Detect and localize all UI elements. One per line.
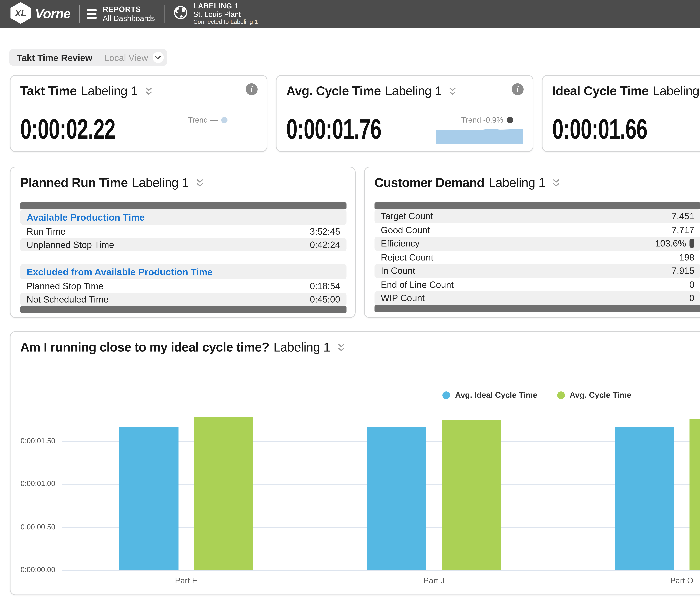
row-label: Good Count	[381, 225, 430, 235]
y-axis-tick-label: 0:00:01.50	[10, 436, 55, 444]
view-mode-dropdown-button[interactable]	[152, 52, 164, 63]
x-axis-label: Part O	[640, 576, 700, 585]
row-label: End of Line Count	[381, 279, 454, 290]
table-row: Efficiency 103.6%	[375, 237, 700, 250]
vorne-logo[interactable]: XL Vorne	[10, 1, 70, 27]
table-footer-bar	[20, 306, 347, 313]
trend-dot	[221, 117, 227, 123]
row-label: WIP Count	[381, 293, 425, 303]
trend-label: Trend —	[188, 116, 218, 124]
section-link-available-production-time[interactable]: Available Production Time	[20, 209, 347, 225]
y-axis-tick-label: 0:00:00.50	[10, 522, 55, 531]
chevron-down-icon	[155, 55, 161, 59]
trend-label: Trend -0.9%	[461, 116, 503, 124]
table-header-bar	[20, 202, 347, 209]
brand-name: Vorne	[35, 6, 70, 22]
row-value: 7,915	[672, 266, 694, 276]
x-axis-label: Part J	[392, 576, 476, 585]
device-context-switcher[interactable]: LABELING 1 St. Louis Plant Connected to …	[174, 2, 258, 25]
nav-subtitle: All Dashboards	[103, 14, 155, 23]
table-row: Target Count 7,451	[375, 209, 700, 223]
table-subtitle: Labeling 1	[132, 176, 189, 191]
y-axis-tick-label: 0:00:00.00	[10, 565, 55, 574]
svg-text:XL: XL	[15, 8, 26, 18]
row-value: 103.6%	[655, 238, 686, 249]
section-link-excluded-from-available-production-time[interactable]: Excluded from Available Production Time	[20, 264, 347, 280]
table-row: WIP Count 0	[375, 291, 700, 305]
context-connection: Connected to Labeling 1	[193, 19, 258, 26]
card-menu-chevron-icon[interactable]	[449, 86, 456, 99]
row-value: 198	[679, 252, 694, 262]
row-label: Run Time	[27, 226, 66, 237]
report-name: Takt Time Review	[17, 52, 93, 63]
kpi-title: Ideal Cycle Time	[552, 84, 649, 99]
trend-sparkline	[436, 127, 523, 144]
table-footer-bar	[375, 305, 700, 312]
table-title: Planned Run Time	[20, 176, 128, 191]
menu-icon	[86, 9, 96, 19]
table-card-planned-run-time: Planned Run Time Labeling 1 Available Pr…	[10, 167, 356, 318]
table-row: Not Scheduled Time 0:45:00	[20, 293, 347, 306]
kpi-card-takt-time: Takt Time Labeling 1 i Trend — 0:00:02.2…	[10, 75, 268, 152]
table-header-bar	[375, 202, 700, 209]
table-card-customer-demand: Customer Demand Labeling 1 Target Count …	[364, 167, 700, 318]
chart-plot: 0:00:01.500:00:01.000:00:00.500:00:00.00…	[10, 332, 700, 595]
kpi-subtitle: Labeling 1	[653, 84, 700, 99]
kpi-value: 0:00:01.76	[286, 114, 381, 145]
dashboard-page: XL Vorne REPORTS All Dashboards	[0, 0, 700, 605]
table-row: Run Time 3:52:45	[20, 225, 347, 238]
context-subtitle: St. Louis Plant	[193, 10, 258, 19]
bar-part-j-series1	[442, 420, 501, 570]
kpi-subtitle: Labeling 1	[81, 84, 138, 99]
card-menu-chevron-icon[interactable]	[145, 86, 152, 99]
row-value: 3:52:45	[310, 226, 340, 237]
row-value: 7,717	[672, 225, 694, 235]
trend-dot	[507, 117, 513, 123]
trend-indicator: Trend —	[188, 116, 227, 124]
xl-hexagon-icon: XL	[10, 1, 31, 27]
kpi-card-avg-cycle-time: Avg. Cycle Time Labeling 1 i Trend -0.9%…	[276, 75, 533, 152]
row-value: 0:45:00	[310, 294, 340, 305]
bar-part-e-series0	[119, 427, 178, 570]
x-axis-label: Part E	[144, 576, 228, 585]
chart-card-ideal-cycle-time: Am I running close to my ideal cycle tim…	[10, 331, 700, 595]
table-subtitle: Labeling 1	[489, 176, 545, 191]
divider	[165, 5, 165, 23]
nav-title: REPORTS	[103, 5, 155, 14]
top-bar: XL Vorne REPORTS All Dashboards	[0, 0, 700, 28]
efficiency-status-badge	[690, 239, 694, 248]
table-row: In Count 7,915	[375, 264, 700, 278]
kpi-title: Takt Time	[20, 84, 77, 99]
y-axis-tick-label: 0:00:01.00	[10, 479, 55, 487]
row-value: 0	[690, 279, 694, 290]
kpi-value: 0:00:02.22	[20, 114, 115, 145]
kpi-title: Avg. Cycle Time	[286, 84, 381, 99]
kpi-value: 0:00:01.66	[552, 114, 647, 145]
kpi-card-ideal-cycle-time: Ideal Cycle Time Labeling 1 i Trend — 0:…	[542, 75, 700, 152]
row-label: Not Scheduled Time	[27, 294, 108, 305]
row-value: 0	[690, 293, 694, 303]
table-title: Customer Demand	[375, 176, 484, 191]
info-icon[interactable]: i	[246, 83, 257, 95]
row-label: Planned Stop Time	[27, 281, 103, 291]
bar-part-j-series0	[367, 427, 426, 570]
row-label: Reject Count	[381, 252, 433, 262]
table-row: Unplanned Stop Time 0:42:24	[20, 238, 347, 251]
gridline	[62, 570, 700, 571]
view-mode-label: Local View	[104, 52, 148, 63]
table-row: Reject Count 198	[375, 250, 700, 264]
row-label: Efficiency	[381, 238, 420, 249]
trend-indicator: Trend -0.9%	[461, 116, 513, 124]
table-row: Good Count 7,717	[375, 223, 700, 237]
report-selector[interactable]: Takt Time Review Local View	[9, 49, 167, 66]
card-menu-chevron-icon[interactable]	[552, 178, 560, 191]
reports-nav-menu[interactable]: REPORTS All Dashboards	[79, 5, 155, 23]
row-label: Target Count	[381, 211, 433, 221]
bar-part-o-series0	[615, 427, 674, 570]
info-icon[interactable]: i	[512, 83, 524, 95]
context-title: LABELING 1	[193, 2, 258, 10]
card-menu-chevron-icon[interactable]	[196, 178, 203, 191]
kpi-subtitle: Labeling 1	[385, 84, 442, 99]
row-label: Unplanned Stop Time	[27, 240, 114, 250]
globe-icon	[174, 6, 188, 22]
